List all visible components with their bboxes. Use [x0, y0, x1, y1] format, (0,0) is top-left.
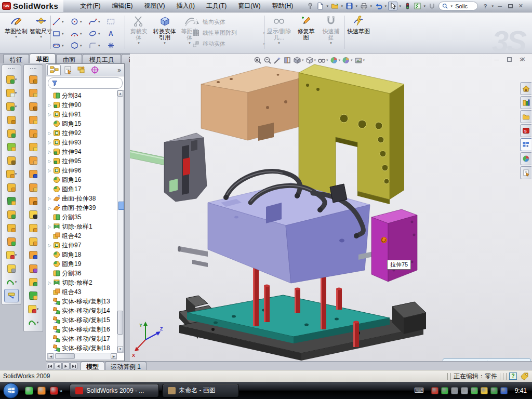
point-tool[interactable]	[107, 39, 124, 51]
circle-tool[interactable]: ▾	[70, 16, 88, 28]
model-tab[interactable]: 模型	[81, 362, 104, 370]
features-lofted-boss-icon[interactable]	[2, 127, 21, 140]
mold-extend-surface-icon[interactable]	[24, 113, 43, 127]
first-tab-button[interactable]	[47, 363, 54, 369]
features-deform-icon[interactable]	[2, 262, 21, 275]
tree-item[interactable]: ▷拉伸90	[47, 100, 117, 110]
solidworks-shortcut-icon[interactable]	[50, 387, 58, 395]
tree-item[interactable]: 实体-移动/复制16	[47, 325, 117, 334]
sketch-caret[interactable]: ▾	[4, 35, 28, 39]
features-swept-boss-icon[interactable]	[2, 113, 21, 127]
warning-icon[interactable]	[481, 387, 488, 394]
features-rib-icon[interactable]	[2, 181, 21, 194]
help-caret[interactable]: ▾	[490, 4, 495, 8]
quick-launch-more-chevron[interactable]: »	[59, 388, 62, 394]
pin-icon[interactable]	[305, 2, 315, 10]
mold-trim-surface-icon[interactable]	[24, 100, 43, 113]
taskpane-design-library-tab[interactable]	[520, 96, 531, 109]
mold-offset-surface-icon[interactable]	[24, 154, 43, 167]
last-tab-button[interactable]	[70, 363, 77, 369]
motion-study-tab[interactable]: 运动算例 1	[105, 362, 147, 370]
open-file-icon[interactable]	[330, 2, 339, 10]
health-shield-icon[interactable]	[490, 387, 498, 394]
quick-snaps-caret[interactable]: ▾	[320, 41, 342, 45]
features-extruded-cut-caret[interactable]: ▾	[15, 91, 17, 95]
apply-scene-icon[interactable]: ▾	[342, 56, 353, 64]
tree-item[interactable]: 实体-移动/复制14	[47, 306, 117, 315]
tree-horizontal-scrollbar[interactable]: ◀ ▶	[47, 353, 117, 360]
ellipse-tool[interactable]: ▾	[88, 28, 106, 39]
tree-item[interactable]: ▷拉伸92	[47, 128, 117, 138]
zoom-fit-icon[interactable]	[254, 56, 262, 64]
print-icon[interactable]	[359, 2, 368, 10]
mold-tooling-split-icon[interactable]	[24, 275, 43, 289]
features-instant3d-measure-icon[interactable]	[4, 289, 19, 302]
search-scope-caret[interactable]: ▾	[449, 4, 454, 8]
edit-appearance-icon[interactable]: ▾	[330, 56, 341, 64]
expand-arrow-icon[interactable]: ▷	[47, 224, 52, 229]
mold-ruled-surface-icon[interactable]	[24, 167, 43, 181]
features-split-body-icon[interactable]	[2, 208, 21, 221]
mold-surface-flatten-icon[interactable]	[24, 181, 43, 194]
trim-entities-caret[interactable]: ▾	[128, 41, 150, 45]
new-file-caret[interactable]: ▾	[325, 4, 329, 8]
expand-arrow-icon[interactable]: ▷	[47, 112, 52, 117]
tree-item[interactable]: ▷拉伸91	[47, 110, 117, 119]
system-update-icon[interactable]	[451, 387, 458, 394]
mold-knit-surface-icon[interactable]	[24, 127, 43, 140]
features-linear-pattern-caret[interactable]: ▾	[15, 172, 17, 176]
menu-item-5[interactable]: 窗口(W)	[233, 0, 265, 12]
features-delete-body-icon[interactable]: ▾	[2, 248, 21, 262]
repair-sketch-button[interactable]: 修复草图	[295, 15, 317, 41]
taskbar-clock[interactable]: 9:41	[515, 387, 527, 394]
sync-status-icon[interactable]	[500, 387, 508, 394]
previous-tab-button[interactable]	[55, 363, 62, 369]
features-linear-pattern-icon[interactable]: ▾	[2, 167, 21, 181]
taskpane-solidworks-resources-tab[interactable]: S	[520, 124, 531, 137]
close-button[interactable]: ✕	[515, 3, 526, 9]
mold-planar-surface-icon[interactable]	[24, 140, 43, 154]
minimize-button[interactable]: ─	[495, 3, 505, 9]
trim-entities-button[interactable]: 剪裁实体 ▾	[128, 15, 150, 45]
input-language-icon[interactable]: ⌨	[414, 387, 424, 394]
hide-show-items-icon[interactable]: ▾	[317, 56, 328, 64]
quick-snaps-button[interactable]: 快速捕捉 ▾	[320, 15, 342, 45]
select-cursor-icon[interactable]	[388, 2, 397, 10]
tree-item[interactable]: 组合43	[47, 287, 117, 297]
tree-item[interactable]: 实体-移动/复制15	[47, 315, 117, 325]
options-list-caret[interactable]: ▾	[422, 4, 427, 8]
taskpane-custom-properties-tab[interactable]	[520, 166, 531, 179]
features-curve-caret[interactable]: ▾	[15, 280, 17, 284]
open-file-caret[interactable]: ▾	[340, 4, 344, 8]
menu-item-1[interactable]: 编辑(E)	[107, 0, 138, 12]
mold-revolved-surface-icon[interactable]	[24, 86, 43, 100]
menu-item-2[interactable]: 视图(V)	[139, 0, 170, 12]
tab-features[interactable]: 特征	[3, 54, 29, 63]
mirror-entities-button[interactable]: 镜向实体	[192, 17, 265, 28]
tree-item[interactable]: 分割34	[47, 91, 117, 100]
polygon-tool[interactable]: ▾	[70, 39, 88, 51]
tree-item[interactable]: 圆角16	[47, 175, 117, 184]
taskpane-close-icon[interactable]: ✕	[521, 56, 526, 63]
panel-splitter-handle[interactable]	[118, 202, 124, 210]
scroll-thumb[interactable]	[55, 353, 75, 359]
scroll-thumb[interactable]	[117, 311, 123, 335]
expand-arrow-icon[interactable]: ▷	[47, 131, 52, 136]
scroll-left-button[interactable]: ◀	[48, 353, 54, 359]
smart-dimension-caret[interactable]: ▾	[29, 35, 53, 39]
spline-tool[interactable]: ▾	[88, 16, 106, 28]
tree-item[interactable]: 实体-移动/复制13	[47, 297, 117, 306]
mold-freeform-curve-icon[interactable]: ▾	[24, 316, 43, 329]
volume-icon[interactable]	[461, 387, 468, 394]
tree-item[interactable]: ▷拉伸95	[47, 156, 117, 166]
features-hole-wizard-icon[interactable]	[2, 154, 21, 167]
display-delete-relations-caret[interactable]: ▾	[266, 41, 292, 45]
linear-pattern-button[interactable]: 线性草图阵列 ▾	[192, 28, 265, 38]
save-caret[interactable]: ▾	[354, 4, 358, 8]
media-player-icon[interactable]	[37, 387, 46, 395]
features-curve-icon[interactable]: ▾	[2, 275, 21, 289]
display-delete-relations-button[interactable]: 显示/删除几... ▾	[266, 15, 292, 45]
tree-item[interactable]: 组合42	[47, 231, 117, 241]
quick-tips-button[interactable]: ?	[509, 373, 517, 380]
messenger-icon[interactable]	[25, 387, 33, 395]
